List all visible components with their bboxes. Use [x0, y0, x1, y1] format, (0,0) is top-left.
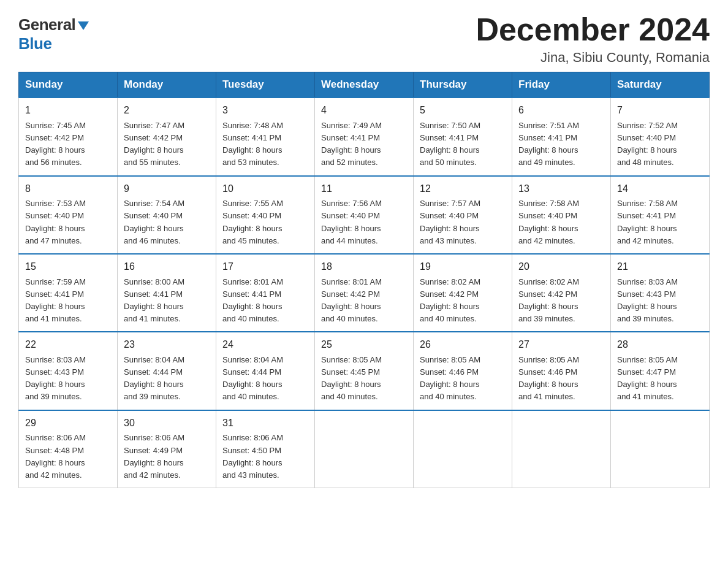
day-number: 5: [420, 103, 506, 118]
day-cell-20: 20Sunrise: 8:02 AM Sunset: 4:42 PM Dayli…: [512, 254, 611, 332]
weekday-header-friday: Friday: [512, 72, 611, 98]
day-cell-9: 9Sunrise: 7:54 AM Sunset: 4:40 PM Daylig…: [118, 176, 216, 254]
day-number: 6: [518, 103, 604, 118]
day-number: 10: [222, 182, 308, 197]
day-number: 3: [222, 103, 308, 118]
day-cell-28: 28Sunrise: 8:05 AM Sunset: 4:47 PM Dayli…: [611, 332, 710, 410]
weekday-header-thursday: Thursday: [414, 72, 512, 98]
day-number: 4: [321, 103, 407, 118]
day-info: Sunrise: 7:50 AM Sunset: 4:41 PM Dayligh…: [420, 121, 480, 167]
day-cell-5: 5Sunrise: 7:50 AM Sunset: 4:41 PM Daylig…: [414, 98, 512, 175]
day-cell-18: 18Sunrise: 8:01 AM Sunset: 4:42 PM Dayli…: [315, 254, 414, 332]
day-info: Sunrise: 7:57 AM Sunset: 4:40 PM Dayligh…: [420, 199, 480, 245]
day-number: 26: [420, 337, 506, 353]
empty-cell: [611, 410, 710, 488]
day-cell-27: 27Sunrise: 8:05 AM Sunset: 4:46 PM Dayli…: [512, 332, 611, 410]
day-number: 9: [124, 182, 210, 197]
day-cell-16: 16Sunrise: 8:00 AM Sunset: 4:41 PM Dayli…: [118, 254, 216, 332]
day-number: 13: [518, 182, 604, 197]
day-info: Sunrise: 7:51 AM Sunset: 4:41 PM Dayligh…: [518, 121, 579, 167]
week-row-1: 1Sunrise: 7:45 AM Sunset: 4:42 PM Daylig…: [19, 98, 710, 175]
day-info: Sunrise: 7:58 AM Sunset: 4:41 PM Dayligh…: [617, 199, 678, 245]
day-cell-22: 22Sunrise: 8:03 AM Sunset: 4:43 PM Dayli…: [19, 332, 118, 410]
day-number: 24: [222, 337, 308, 353]
day-info: Sunrise: 7:53 AM Sunset: 4:40 PM Dayligh…: [25, 199, 86, 245]
day-cell-31: 31Sunrise: 8:06 AM Sunset: 4:50 PM Dayli…: [216, 410, 315, 488]
logo-general-text: General: [18, 15, 75, 34]
weekday-header-saturday: Saturday: [611, 72, 710, 98]
day-cell-2: 2Sunrise: 7:47 AM Sunset: 4:42 PM Daylig…: [118, 98, 216, 175]
day-number: 23: [124, 337, 210, 353]
day-cell-25: 25Sunrise: 8:05 AM Sunset: 4:45 PM Dayli…: [315, 332, 414, 410]
day-number: 2: [124, 103, 210, 118]
weekday-header-sunday: Sunday: [19, 72, 118, 98]
day-number: 7: [617, 103, 703, 118]
day-number: 1: [25, 103, 111, 118]
day-info: Sunrise: 7:56 AM Sunset: 4:40 PM Dayligh…: [321, 199, 382, 245]
empty-cell: [512, 410, 611, 488]
day-info: Sunrise: 8:05 AM Sunset: 4:47 PM Dayligh…: [617, 355, 678, 401]
day-info: Sunrise: 8:06 AM Sunset: 4:48 PM Dayligh…: [25, 433, 86, 479]
day-info: Sunrise: 7:54 AM Sunset: 4:40 PM Dayligh…: [124, 199, 184, 245]
day-number: 20: [518, 259, 604, 275]
page-header: General Blue December 2024 Jina, Sibiu C…: [18, 12, 710, 66]
day-cell-8: 8Sunrise: 7:53 AM Sunset: 4:40 PM Daylig…: [19, 176, 118, 254]
empty-cell: [315, 410, 414, 488]
week-row-5: 29Sunrise: 8:06 AM Sunset: 4:48 PM Dayli…: [19, 410, 710, 488]
day-cell-19: 19Sunrise: 8:02 AM Sunset: 4:42 PM Dayli…: [414, 254, 512, 332]
calendar-table: SundayMondayTuesdayWednesdayThursdayFrid…: [18, 72, 710, 488]
day-number: 12: [420, 182, 506, 197]
day-info: Sunrise: 8:05 AM Sunset: 4:46 PM Dayligh…: [518, 355, 579, 401]
day-info: Sunrise: 8:01 AM Sunset: 4:42 PM Dayligh…: [321, 277, 382, 323]
empty-cell: [414, 410, 512, 488]
day-info: Sunrise: 8:00 AM Sunset: 4:41 PM Dayligh…: [124, 277, 184, 323]
day-number: 21: [617, 259, 703, 275]
logo: General Blue: [18, 12, 90, 53]
weekday-header-monday: Monday: [118, 72, 216, 98]
day-cell-30: 30Sunrise: 8:06 AM Sunset: 4:49 PM Dayli…: [118, 410, 216, 488]
day-info: Sunrise: 7:52 AM Sunset: 4:40 PM Dayligh…: [617, 121, 678, 167]
day-info: Sunrise: 7:58 AM Sunset: 4:40 PM Dayligh…: [518, 199, 579, 245]
day-info: Sunrise: 8:02 AM Sunset: 4:42 PM Dayligh…: [420, 277, 480, 323]
day-number: 11: [321, 182, 407, 197]
week-row-4: 22Sunrise: 8:03 AM Sunset: 4:43 PM Dayli…: [19, 332, 710, 410]
week-row-3: 15Sunrise: 7:59 AM Sunset: 4:41 PM Dayli…: [19, 254, 710, 332]
day-cell-23: 23Sunrise: 8:04 AM Sunset: 4:44 PM Dayli…: [118, 332, 216, 410]
day-cell-12: 12Sunrise: 7:57 AM Sunset: 4:40 PM Dayli…: [414, 176, 512, 254]
day-cell-29: 29Sunrise: 8:06 AM Sunset: 4:48 PM Dayli…: [19, 410, 118, 488]
svg-marker-0: [78, 21, 89, 30]
day-info: Sunrise: 8:06 AM Sunset: 4:49 PM Dayligh…: [124, 433, 184, 479]
day-info: Sunrise: 7:59 AM Sunset: 4:41 PM Dayligh…: [25, 277, 86, 323]
day-cell-6: 6Sunrise: 7:51 AM Sunset: 4:41 PM Daylig…: [512, 98, 611, 175]
day-info: Sunrise: 8:04 AM Sunset: 4:44 PM Dayligh…: [124, 355, 184, 401]
day-info: Sunrise: 7:48 AM Sunset: 4:41 PM Dayligh…: [222, 121, 283, 167]
day-info: Sunrise: 8:06 AM Sunset: 4:50 PM Dayligh…: [222, 433, 283, 479]
day-cell-21: 21Sunrise: 8:03 AM Sunset: 4:43 PM Dayli…: [611, 254, 710, 332]
day-info: Sunrise: 8:04 AM Sunset: 4:44 PM Dayligh…: [222, 355, 283, 401]
day-number: 15: [25, 259, 111, 275]
day-number: 18: [321, 259, 407, 275]
day-info: Sunrise: 8:02 AM Sunset: 4:42 PM Dayligh…: [518, 277, 579, 323]
day-number: 30: [124, 416, 210, 431]
day-number: 25: [321, 337, 407, 353]
day-cell-1: 1Sunrise: 7:45 AM Sunset: 4:42 PM Daylig…: [19, 98, 118, 175]
day-info: Sunrise: 8:03 AM Sunset: 4:43 PM Dayligh…: [25, 355, 86, 401]
day-cell-3: 3Sunrise: 7:48 AM Sunset: 4:41 PM Daylig…: [216, 98, 315, 175]
day-info: Sunrise: 7:55 AM Sunset: 4:40 PM Dayligh…: [222, 199, 283, 245]
title-block: December 2024 Jina, Sibiu County, Romani…: [476, 12, 710, 66]
day-cell-17: 17Sunrise: 8:01 AM Sunset: 4:41 PM Dayli…: [216, 254, 315, 332]
day-cell-11: 11Sunrise: 7:56 AM Sunset: 4:40 PM Dayli…: [315, 176, 414, 254]
day-cell-26: 26Sunrise: 8:05 AM Sunset: 4:46 PM Dayli…: [414, 332, 512, 410]
week-row-2: 8Sunrise: 7:53 AM Sunset: 4:40 PM Daylig…: [19, 176, 710, 254]
day-cell-15: 15Sunrise: 7:59 AM Sunset: 4:41 PM Dayli…: [19, 254, 118, 332]
day-info: Sunrise: 7:45 AM Sunset: 4:42 PM Dayligh…: [25, 121, 86, 167]
day-info: Sunrise: 8:05 AM Sunset: 4:45 PM Dayligh…: [321, 355, 382, 401]
month-title: December 2024: [476, 12, 710, 47]
weekday-header-row: SundayMondayTuesdayWednesdayThursdayFrid…: [19, 72, 710, 98]
day-cell-14: 14Sunrise: 7:58 AM Sunset: 4:41 PM Dayli…: [611, 176, 710, 254]
day-number: 17: [222, 259, 308, 275]
day-info: Sunrise: 8:05 AM Sunset: 4:46 PM Dayligh…: [420, 355, 480, 401]
day-number: 28: [617, 337, 703, 353]
day-cell-13: 13Sunrise: 7:58 AM Sunset: 4:40 PM Dayli…: [512, 176, 611, 254]
day-info: Sunrise: 7:49 AM Sunset: 4:41 PM Dayligh…: [321, 121, 382, 167]
